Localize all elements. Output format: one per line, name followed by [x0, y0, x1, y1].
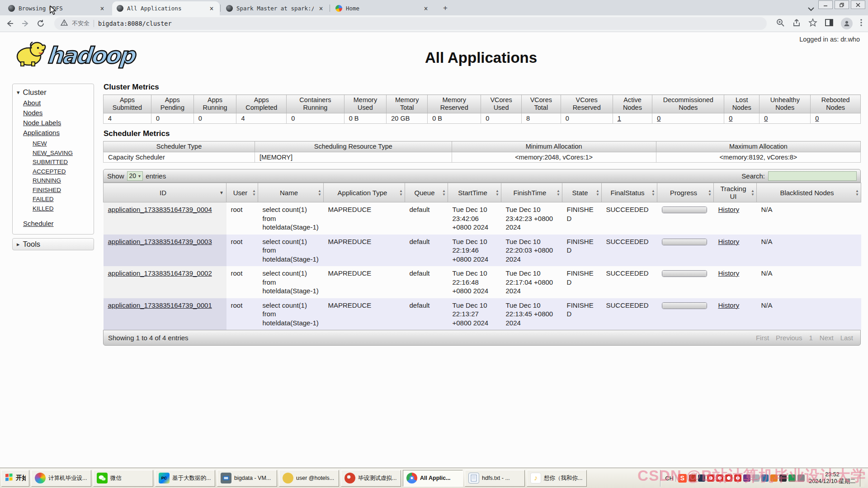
tray-icon[interactable] [752, 474, 760, 482]
close-window-button[interactable] [851, 0, 865, 9]
history-link[interactable]: History [718, 206, 740, 213]
sidebar-item-failed[interactable]: FAILED [33, 195, 94, 204]
taskbar-app-pycharm[interactable]: PC 基于大数据的... [155, 470, 215, 487]
taskbar-clock[interactable]: 23:52 2024/12/10 星期二 [807, 471, 858, 485]
page-size-select[interactable]: 20 ▾ [127, 171, 143, 181]
sidebar-item-scheduler[interactable]: Scheduler [23, 219, 94, 229]
tray-icon[interactable] [770, 474, 778, 482]
search-input[interactable] [768, 171, 857, 181]
column-header-starttime[interactable]: StartTime▲▼ [448, 183, 501, 202]
application-id-link[interactable]: application_1733835164739_0001 [108, 301, 212, 309]
application-id-link[interactable]: application_1733835164739_0002 [108, 269, 212, 277]
tray-icon[interactable] [797, 474, 805, 482]
application-id-link[interactable]: application_1733835164739_0004 [108, 206, 212, 213]
sidebar-item-new-saving[interactable]: NEW_SAVING [33, 149, 94, 158]
tray-icon[interactable] [716, 474, 723, 482]
tray-icon[interactable] [743, 474, 750, 482]
sidebar-item-running[interactable]: RUNNING [33, 176, 94, 186]
showing-entries-text: Showing 1 to 4 of 4 entries [108, 334, 189, 342]
sidebar-section-tools[interactable]: ▸ Tools [12, 238, 94, 250]
sidebar-section-cluster[interactable]: ▾ Cluster [13, 86, 94, 98]
column-header-state[interactable]: State▲▼ [562, 183, 602, 202]
sidebar-item-killed[interactable]: KILLED [33, 204, 94, 214]
taskbar-app-chrome-active[interactable]: All Applic... [403, 470, 463, 487]
column-header-blacklisted-nodes[interactable]: Blacklisted Nodes▲▼ [757, 183, 861, 202]
column-header-queue[interactable]: Queue▲▼ [405, 183, 448, 202]
pagination-first[interactable]: First [756, 334, 769, 342]
taskbar-app-notepad[interactable]: hdfs.txt - ... [465, 470, 525, 487]
profile-avatar[interactable] [841, 18, 853, 29]
sidebar-item-about[interactable]: About [23, 98, 94, 108]
minimize-button[interactable] [818, 0, 833, 9]
close-tab-icon[interactable]: × [99, 5, 106, 13]
taskbar-app-navicat[interactable]: user @hotels... [279, 470, 339, 487]
rebooted-nodes-link[interactable]: 0 [815, 115, 819, 122]
history-link[interactable]: History [718, 301, 740, 309]
cluster-metrics-table: Apps Submitted Apps Pending Apps Running… [103, 94, 861, 124]
tray-icon[interactable] [734, 474, 741, 482]
column-header-finalstatus[interactable]: FinalStatus▲▼ [602, 183, 657, 202]
taskbar-app-wechat[interactable]: 微信 [93, 470, 153, 487]
taskbar-app-pinwheel[interactable]: 计算机毕业设... [31, 470, 91, 487]
column-header-name[interactable]: Name▲▼ [258, 183, 324, 202]
sidebar-item-applications[interactable]: Applications [23, 128, 94, 138]
column-header-finishtime[interactable]: FinishTime▲▼ [501, 183, 562, 202]
tab-spark-master[interactable]: Spark Master at spark://bigda × [222, 1, 329, 15]
sogou-input-icon[interactable]: S [678, 474, 687, 483]
application-id-link[interactable]: application_1733835164739_0003 [108, 238, 212, 245]
menu-kebab-icon[interactable] [860, 18, 863, 29]
back-icon[interactable] [5, 19, 14, 28]
close-tab-icon[interactable]: × [317, 5, 325, 13]
taskbar-app-redspiral[interactable]: 毕设测试虚拟... [341, 470, 401, 487]
restore-button[interactable] [835, 0, 849, 9]
lost-nodes-link[interactable]: 0 [729, 115, 732, 122]
history-link[interactable]: History [718, 269, 740, 277]
address-bar[interactable]: 不安全 bigdata:8088/cluster [54, 17, 767, 30]
column-header-progress[interactable]: Progress▲▼ [657, 183, 714, 202]
tray-icon[interactable] [761, 474, 769, 482]
show-desktop-button[interactable] [860, 470, 864, 487]
new-tab-button[interactable]: + [440, 3, 450, 13]
history-link[interactable]: History [718, 238, 740, 245]
active-nodes-link[interactable]: 1 [618, 115, 621, 122]
share-icon[interactable] [792, 18, 801, 29]
forward-icon[interactable] [21, 19, 30, 28]
sidebar-item-node-labels[interactable]: Node Labels [23, 118, 94, 128]
tab-home[interactable]: Home × [331, 1, 434, 15]
tab-search-chevron-icon[interactable] [807, 5, 815, 11]
zoom-icon[interactable] [776, 18, 785, 29]
tray-icon[interactable] [725, 474, 732, 482]
decommissioned-nodes-link[interactable]: 0 [657, 115, 660, 122]
tray-icon[interactable] [707, 474, 714, 482]
taskbar-app-vmware[interactable]: bigdata - VM... [217, 470, 277, 487]
tray-icon[interactable] [788, 474, 796, 482]
pagination-next[interactable]: Next [820, 334, 834, 342]
column-header-tracking-ui[interactable]: Tracking UI▲▼ [714, 183, 757, 202]
column-header-application-type[interactable]: Application Type▲▼ [324, 183, 405, 202]
side-panel-icon[interactable] [825, 18, 834, 29]
sidebar-item-accepted[interactable]: ACCEPTED [33, 167, 94, 177]
unhealthy-nodes-link[interactable]: 0 [764, 115, 768, 122]
taskbar-app-qqmusic[interactable]: ♪ 想你（我和你... [527, 470, 587, 487]
tray-icon[interactable] [689, 474, 696, 482]
pagination-last[interactable]: Last [840, 334, 853, 342]
language-indicator[interactable]: CH [663, 475, 676, 482]
pagination-previous[interactable]: Previous [776, 334, 802, 342]
metric-value: 0 B [344, 113, 387, 124]
tray-icon[interactable] [779, 474, 787, 482]
sidebar-item-submitted[interactable]: SUBMITTED [33, 158, 94, 167]
column-header-user[interactable]: User▲▼ [226, 183, 258, 202]
pagination-page-1[interactable]: 1 [809, 334, 812, 342]
qq-music-icon: ♪ [530, 473, 541, 483]
sidebar-item-nodes[interactable]: Nodes [23, 108, 94, 118]
reload-icon[interactable] [36, 19, 45, 28]
bookmark-star-icon[interactable] [808, 18, 817, 29]
close-tab-icon[interactable]: × [208, 5, 215, 13]
tray-icon[interactable] [698, 474, 705, 482]
tab-all-applications[interactable]: All Applications × [112, 1, 220, 15]
sidebar-item-new[interactable]: NEW [33, 139, 94, 149]
sidebar-item-finished[interactable]: FINISHED [33, 186, 94, 195]
close-tab-icon[interactable]: × [422, 5, 429, 13]
column-header-id[interactable]: ID▼ [104, 183, 226, 202]
start-button[interactable]: 开始 [1, 470, 29, 487]
